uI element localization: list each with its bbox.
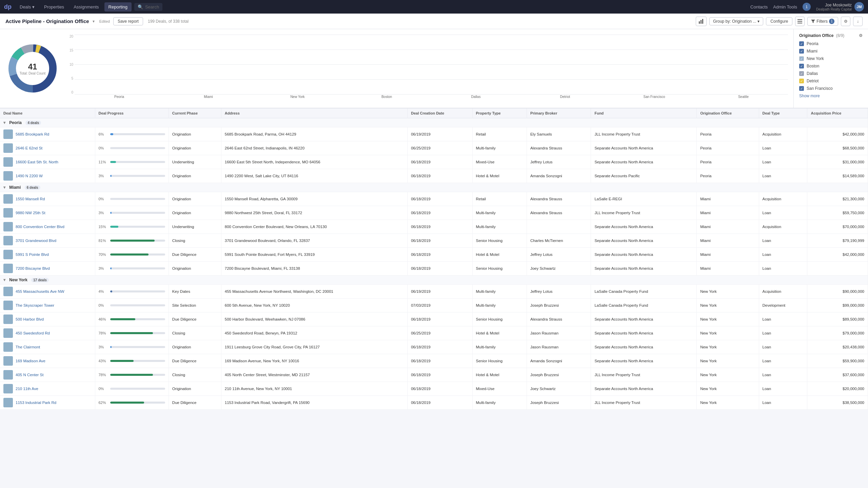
group-chevron[interactable]: ▾ [3, 120, 5, 125]
legend-check-detriot[interactable]: ✓ [799, 79, 804, 83]
save-report-button[interactable]: Save report [113, 17, 143, 25]
col-fund[interactable]: Fund [591, 108, 697, 118]
group-chevron[interactable]: ▾ [3, 185, 5, 190]
deal-name-text[interactable]: 9880 NW 25th St [16, 211, 45, 215]
chart-toggle-button[interactable] [696, 17, 707, 26]
legend-gear-icon[interactable]: ⚙ [859, 33, 863, 38]
legend-check-miami[interactable]: ✓ [799, 49, 804, 54]
table-row[interactable]: 5991 S Pointe Blvd 70% Due Diligence 599… [0, 248, 868, 262]
list-view-button[interactable] [795, 17, 805, 26]
bar-label-peoria: Peoria [75, 95, 164, 102]
cell-address: 2646 East 62nd Street, Indianapolis, IN … [221, 141, 407, 155]
table-row[interactable]: 405 N Center St 78% Closing 405 North Ce… [0, 368, 868, 382]
nav-contacts[interactable]: Contacts [750, 4, 768, 9]
legend-check-peoria[interactable]: ✓ [799, 41, 804, 46]
table-row[interactable]: 210 11th Ave 0% Origination 210 11th Ave… [0, 382, 868, 396]
deal-name-text[interactable]: The Clairmont [16, 345, 40, 349]
legend-check-sf[interactable]: ✓ [799, 86, 804, 91]
cell-deal-name: The Clairmont [0, 340, 95, 354]
deal-name-text[interactable]: 3701 Grandewood Blvd [16, 239, 56, 243]
group-by-button[interactable]: Group by: Origination ... ▾ [709, 17, 763, 25]
nav-reporting[interactable]: Reporting [104, 2, 132, 12]
deal-name-text[interactable]: 7200 Biscayne Blvd [16, 266, 50, 270]
global-search[interactable]: 🔍 Search [134, 3, 162, 11]
table-row[interactable]: 5685 Brookpark Rd 6% Origination 5685 Br… [0, 127, 868, 141]
table-row[interactable]: The Clairmont 3% Origination 1911 Leesbu… [0, 340, 868, 354]
table-row[interactable]: 9880 NW 25th St 3% Origination 9880 Nort… [0, 206, 868, 220]
deal-name-text[interactable]: 16600 East 5th St. North [16, 160, 58, 164]
configure-button[interactable]: Configure [766, 17, 792, 25]
cell-price: $20,438,000 [807, 340, 868, 354]
col-creation-date[interactable]: Deal Creation Date [408, 108, 472, 118]
table-row[interactable]: 1153 Industrial Park Rd 62% Due Diligenc… [0, 396, 868, 410]
deal-name-text[interactable]: 2646 E 62nd St [16, 146, 42, 150]
cell-fund: LaSalle E-REGI [591, 192, 697, 206]
col-deal-progress[interactable]: Deal Progress [95, 108, 169, 118]
donut-chart: 41 Total: Deal Count [5, 41, 60, 96]
col-deal-name[interactable]: Deal Name [0, 108, 95, 118]
table-row[interactable]: The Skyscraper Tower 0% Site Selection 6… [0, 299, 868, 312]
deal-name-text[interactable]: 210 11th Ave [16, 387, 38, 391]
table-row[interactable]: 450 Swedesford Rd 78% Closing 450 Swedes… [0, 326, 868, 340]
col-origination-office[interactable]: Origination Office [697, 108, 759, 118]
table-row[interactable]: 800 Convention Center Blvd 15% Underwrit… [0, 220, 868, 234]
table-row[interactable]: 16600 East 5th St. North 11% Underwritin… [0, 155, 868, 169]
deal-name-text[interactable]: 455 Massachusetts Ave NW [16, 289, 64, 293]
cell-broker: Charles McTiernen [527, 234, 591, 248]
group-count-badge: 6 deals [25, 185, 40, 190]
table-row[interactable]: 169 Madison Ave 43% Due Diligence 169 Ma… [0, 354, 868, 368]
show-more-link[interactable]: Show more [799, 94, 863, 98]
deal-name-text[interactable]: 5991 S Pointe Blvd [16, 252, 49, 257]
property-thumbnail [3, 222, 13, 231]
settings-button[interactable]: ⚙ [841, 17, 850, 26]
deal-name-text[interactable]: 450 Swedesford Rd [16, 331, 50, 335]
table-row[interactable]: 455 Massachusetts Ave NW 4% Key Dates 45… [0, 285, 868, 299]
cell-address: 16600 East 5th Street North, Independenc… [221, 155, 407, 169]
deal-name-text[interactable]: 800 Convention Center Blvd [16, 225, 64, 229]
legend-check-dallas[interactable]: ✓ [799, 71, 804, 76]
cell-phase: Site Selection [169, 299, 221, 312]
cell-address: 800 Convention Center Boulevard, New Orl… [221, 220, 407, 234]
nav-properties[interactable]: Properties [40, 2, 68, 12]
table-row[interactable]: 2646 E 62nd St 0% Origination 2646 East … [0, 141, 868, 155]
nav-assignments[interactable]: Assignments [70, 2, 103, 12]
nav-admin-tools[interactable]: Admin Tools [773, 4, 797, 9]
filters-button[interactable]: Filters 1 [807, 17, 838, 26]
table-row[interactable]: 500 Harbor Blvd 46% Due Diligence 500 Ha… [0, 312, 868, 326]
deal-name-text[interactable]: 405 N Center St [16, 373, 43, 377]
cell-progress: 6% [95, 127, 169, 141]
export-button[interactable]: ↓ [853, 17, 863, 26]
col-acquisition-price[interactable]: Acquisition Price [807, 108, 868, 118]
table-row[interactable]: 1550 Mansell Rd 0% Origination 1550 Mans… [0, 192, 868, 206]
user-menu[interactable]: Joe Moskowitz Dealpath Realty Capital JM [816, 2, 864, 12]
cell-property-type: Multi-family [472, 396, 527, 410]
table-row[interactable]: 7200 Biscayne Blvd 3% Origination 7200 B… [0, 262, 868, 276]
notifications-badge[interactable]: 1 [803, 3, 811, 11]
group-chevron[interactable]: ▾ [3, 278, 5, 282]
deal-name-text[interactable]: 169 Madison Ave [16, 359, 45, 363]
deal-name-text[interactable]: 5685 Brookpark Rd [16, 132, 49, 136]
cell-creation-date: 06/18/2019 [408, 396, 472, 410]
deal-name-text[interactable]: 1490 N 2200 W [16, 174, 43, 178]
deal-name-text[interactable]: 1153 Industrial Park Rd [16, 401, 56, 405]
col-deal-type[interactable]: Deal Type [759, 108, 807, 118]
legend-check-newyork[interactable]: ✓ [799, 56, 804, 61]
table-row[interactable]: 1490 N 2200 W 3% Origination 1490 2200 W… [0, 169, 868, 183]
col-primary-broker[interactable]: Primary Broker [527, 108, 591, 118]
legend-check-boston[interactable]: ✓ [799, 64, 804, 68]
cell-fund: Separate Accounts North America [591, 312, 697, 326]
table-row[interactable]: 3701 Grandewood Blvd 81% Closing 3701 Gr… [0, 234, 868, 248]
cell-broker: Jason Rausman [527, 326, 591, 340]
cell-address: 455 Massachusetts Avenue Northwest, Wash… [221, 285, 407, 299]
deal-name-text[interactable]: 1550 Mansell Rd [16, 197, 45, 201]
deal-name-text[interactable]: 500 Harbor Blvd [16, 317, 44, 321]
col-property-type[interactable]: Property Type [472, 108, 527, 118]
cell-address: 169 Madison Avenue, New York, NY 10016 [221, 354, 407, 368]
deal-name-text[interactable]: The Skyscraper Tower [16, 303, 54, 307]
col-address[interactable]: Address [221, 108, 407, 118]
nav-deals[interactable]: Deals ▾ [16, 2, 39, 12]
cell-office: New York [697, 368, 759, 382]
title-dropdown-arrow[interactable]: ▾ [93, 19, 95, 24]
col-current-phase[interactable]: Current Phase [169, 108, 221, 118]
cell-deal-name: 16600 East 5th St. North [0, 155, 95, 169]
